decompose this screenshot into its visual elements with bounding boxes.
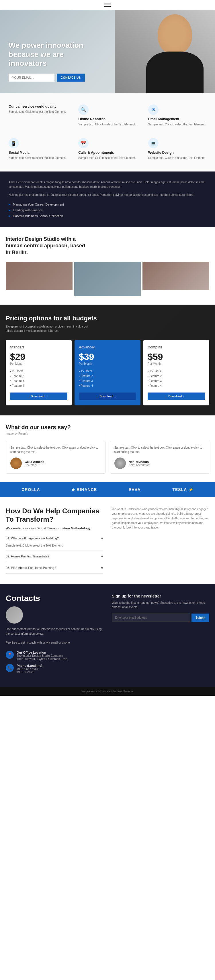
avatar-celia	[10, 458, 22, 469]
service-item-social-media: 📱 Social Media Sample text. Click to sel…	[6, 135, 70, 163]
accordion-item-2[interactable]: 02. House Painting Essentials? ▾	[6, 551, 103, 562]
testimonial-person-2: Nat Reynolds Chief Accountant	[114, 458, 205, 469]
accordion-chevron-3: ▾	[101, 565, 103, 571]
office-label: Our Office Location	[17, 651, 67, 654]
help-title: How Do We Help Companies To Transform?	[6, 507, 103, 523]
hero-section: We power innovation because we are innov…	[0, 10, 215, 93]
download-button-complite[interactable]: Download ↓	[148, 393, 205, 400]
studio-title: Interior Design Studio with a human cent…	[6, 236, 86, 256]
newsletter-email-input[interactable]	[112, 614, 190, 622]
contacts-sub-description: Feel free to get in touch with us via em…	[6, 640, 103, 645]
plan-name-standard: Standart	[10, 345, 67, 349]
accordion-header-2[interactable]: 02. House Painting Essentials? ▾	[6, 554, 103, 559]
office-line1: The Interior Design Studio Company	[17, 654, 67, 657]
contact-us-button[interactable]: CONTACT US	[57, 73, 85, 81]
accordion-title-3: 03. Plan Ahead For Home Painting?	[6, 566, 56, 570]
pricing-section: Pricing options for all budgets Excepteu…	[0, 305, 215, 415]
accordion-title-2: 02. House Painting Essentials?	[6, 555, 49, 558]
help-section: How Do We Help Companies To Transform? W…	[0, 497, 215, 584]
hero-title: We power innovation because we are innov…	[9, 41, 89, 68]
feature-c-2: Feature 2	[148, 374, 205, 379]
services-grid: Our call service world quality Sample te…	[6, 102, 209, 163]
feature-a-2: Feature 2	[79, 374, 136, 379]
contacts-left: Contacts Use our contact form for all in…	[6, 594, 103, 677]
pricing-title: Pricing options for all budgets	[6, 315, 209, 322]
email-input[interactable]	[9, 73, 55, 81]
download-button-standard[interactable]: Download ↓	[10, 393, 67, 400]
social-media-icon: 📱	[9, 138, 19, 148]
feature-c-4: Feature 4	[148, 383, 205, 388]
help-right: We want to understand who your clients a…	[112, 507, 209, 574]
office-line2: The Courtyard, 4 Quef I, Colorado, USA	[17, 657, 67, 660]
person-role-1: Secretary	[25, 463, 45, 467]
testimonial-text-2: Sample text. Click to select the text bo…	[114, 445, 205, 454]
service-item-online-research: 🔍 Online Research Sample text. Click to …	[75, 102, 139, 129]
plan-features-standard: 15 Users Feature 2 Feature 3 Feature 4	[10, 369, 67, 388]
accordion-header-3[interactable]: 03. Plan Ahead For Home Painting? ▾	[6, 565, 103, 571]
testimonials-grid: Sample text. Click to select the text bo…	[6, 441, 209, 474]
studio-image-1	[6, 262, 72, 290]
hamburger-menu[interactable]	[104, 3, 111, 7]
testimonial-person-1: Celia Almeda Secretary	[10, 458, 101, 469]
contacts-description: Use our contact form for all information…	[6, 627, 103, 636]
dark-paragraph-2: Nec feugiat nisl pretium fusce id. Justo…	[9, 192, 206, 197]
email-management-icon: ✉	[148, 105, 159, 115]
help-grid: How Do We Help Companies To Transform? W…	[6, 507, 209, 574]
feature-s-3: Feature 3	[10, 379, 67, 383]
help-right-text: We want to understand who your clients a…	[112, 507, 209, 530]
logo-tesla: TESLA ⚡	[172, 487, 193, 492]
newsletter-submit-button[interactable]: Submit	[191, 614, 209, 622]
services-section: Our call service world quality Sample te…	[0, 93, 215, 172]
phone-text: Phone (Landline) +912 5 567 8987 +912 35…	[17, 664, 42, 674]
office-icon: 📍	[6, 651, 14, 659]
online-research-icon: 🔍	[78, 105, 88, 115]
feature-c-3: Feature 3	[148, 379, 205, 383]
dark-list-item-1: Managing Your Career Development	[9, 202, 206, 207]
testimonials-title: What do our users say?	[6, 424, 209, 431]
footer-text: Sample text. Click to select the Text El…	[6, 690, 209, 693]
contact-avatar	[6, 606, 23, 624]
studio-image-3	[143, 262, 209, 290]
contacts-title: Contacts	[6, 594, 103, 603]
dark-section: Amet luctus venenatis lectus magna fring…	[0, 172, 215, 228]
plan-price-advanced: $39	[79, 352, 136, 362]
office-text: Our Office Location The Interior Design …	[17, 651, 67, 660]
newsletter-title: Sign up for the newsletter	[112, 594, 209, 598]
header	[0, 0, 215, 10]
feature-a-1: 15 Users	[79, 369, 136, 374]
studio-section: Interior Design Studio with a human cent…	[0, 228, 215, 305]
logo-evga: EV∃A	[129, 487, 141, 492]
accordion-item-1[interactable]: 01. What is off page seo link building? …	[6, 533, 103, 551]
pricing-card-standard: Standart $29 Per Month 15 Users Feature …	[6, 340, 72, 406]
phone-line1: +912 5 567 8987	[17, 667, 42, 670]
plan-price-standard: $29	[10, 352, 67, 362]
accordion-header-1[interactable]: 01. What is off page seo link building? …	[6, 536, 103, 541]
pricing-card-advanced: Advanced $39 Per Month 15 Users Feature …	[75, 340, 140, 406]
feature-a-4: Feature 4	[79, 383, 136, 388]
footer: Sample text. Click to select the Text El…	[0, 687, 215, 696]
calls-appointments-icon: 📅	[78, 138, 88, 148]
studio-image-2	[74, 262, 141, 296]
dark-list-item-3: Harvard Business School Collection	[9, 213, 206, 219]
service-item-calls-appointments: 📅 Calls & Appointments Sample text. Clic…	[75, 135, 139, 163]
service-item-website-design: 💻 Website Design Sample text. Click to s…	[145, 135, 209, 163]
download-button-advanced[interactable]: Download ↓	[79, 393, 136, 400]
contacts-right: Sign up for the newsletter Want to be th…	[112, 594, 209, 677]
feature-a-3: Feature 3	[79, 379, 136, 383]
contacts-section: Contacts Use our contact form for all in…	[0, 584, 215, 687]
accordion-item-3[interactable]: 03. Plan Ahead For Home Painting? ▾	[6, 562, 103, 574]
plan-price-complite: $59	[148, 352, 205, 362]
plan-name-advanced: Advanced	[79, 345, 136, 349]
accordion-content-1: Sample text. Click to select the Text El…	[6, 543, 103, 548]
testimonial-card-2: Sample text. Click to select the text bo…	[110, 441, 210, 474]
dark-paragraph-1: Amet luctus venenatis lectus magna fring…	[9, 180, 206, 189]
person-name-1: Celia Almeda	[25, 460, 45, 463]
help-subtitle: We created our own Digital Transformatio…	[6, 527, 103, 530]
plan-features-advanced: 15 Users Feature 2 Feature 3 Feature 4	[79, 369, 136, 388]
person-name-2: Nat Reynolds	[129, 460, 151, 463]
studio-images	[6, 262, 209, 296]
feature-s-1: 15 Users	[10, 369, 67, 374]
logo-crolla: CROLLA	[21, 487, 40, 492]
plan-per-month-advanced: Per Month	[79, 362, 136, 365]
feature-s-4: Feature 4	[10, 383, 67, 388]
